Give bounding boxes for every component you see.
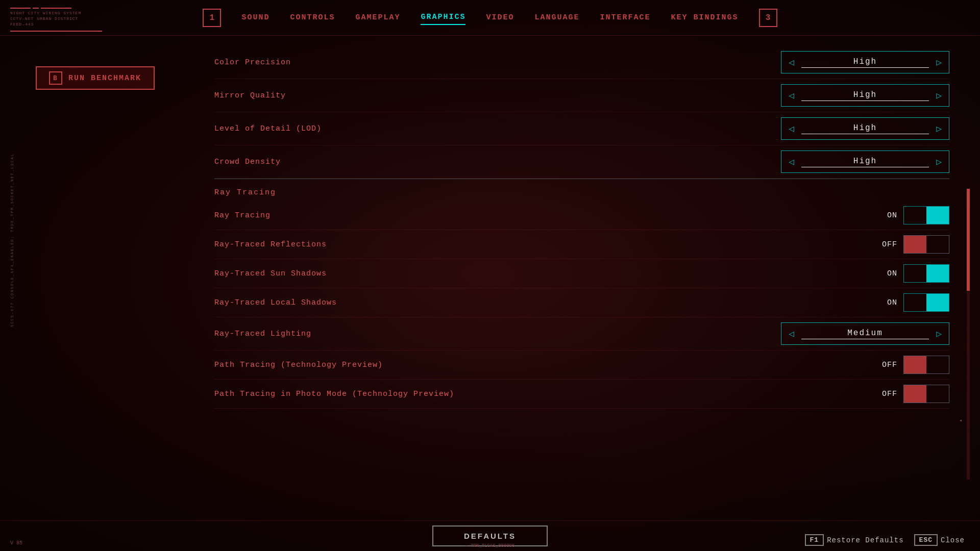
- bottom-code: ← TRN_TLCAS_800095: [465, 543, 514, 548]
- lod-next[interactable]: ▷: [929, 118, 949, 139]
- path-tracing-photo-toggle[interactable]: [903, 385, 949, 403]
- nav-item-controls[interactable]: CONTROLS: [290, 11, 335, 24]
- version-text: V 85: [10, 540, 22, 546]
- ray-local-shadows-state: ON: [879, 298, 897, 307]
- setting-crowd-density: Crowd Density ◁ High ▷: [214, 145, 949, 179]
- ray-lighting-label: Ray-Traced Lighting: [214, 330, 781, 338]
- close-badge: ESC: [914, 534, 938, 546]
- bottom-left-deco: V 85: [10, 540, 22, 546]
- top-nav: 1 SOUND CONTROLS GAMEPLAY GRAPHICS VIDEO…: [0, 0, 980, 36]
- mirror-quality-next[interactable]: ▷: [929, 85, 949, 106]
- color-precision-value: High: [801, 57, 929, 68]
- nav-item-interface[interactable]: INTERFACE: [600, 11, 651, 24]
- nav-item-gameplay[interactable]: GAMEPLAY: [355, 11, 400, 24]
- ray-tracing-toggle[interactable]: [903, 206, 949, 224]
- color-precision-label: Color Precision: [214, 58, 781, 67]
- crowd-density-selector[interactable]: ◁ High ▷: [781, 151, 949, 173]
- crowd-density-prev[interactable]: ◁: [781, 151, 801, 172]
- ray-reflections-label: Ray-Traced Reflections: [214, 240, 327, 249]
- mirror-quality-selector[interactable]: ◁ High ▷: [781, 84, 949, 107]
- ray-tracing-title: Ray Tracing: [214, 188, 276, 197]
- ray-sun-shadows-toggle[interactable]: [903, 264, 949, 283]
- nav-item-video[interactable]: VIDEO: [486, 11, 514, 24]
- ray-sun-shadows-state: ON: [879, 269, 897, 278]
- scrollbar-track[interactable]: [967, 189, 970, 480]
- crowd-density-value: High: [801, 157, 929, 167]
- ray-local-shadows-toggle[interactable]: [903, 293, 949, 312]
- nav-item-keybindings[interactable]: KEY BINDINGS: [671, 11, 739, 24]
- setting-mirror-quality: Mirror Quality ◁ High ▷: [214, 79, 949, 112]
- nav-item-sound[interactable]: SOUND: [241, 11, 270, 24]
- main-content: Color Precision ◁ High ▷ Mirror Quality …: [184, 36, 980, 520]
- ray-tracing-label: Ray Tracing: [214, 211, 271, 220]
- color-precision-selector[interactable]: ◁ High ▷: [781, 51, 949, 73]
- ray-reflections-state: OFF: [879, 240, 897, 249]
- setting-path-tracing: Path Tracing (Technology Preview) OFF: [214, 350, 949, 380]
- ray-tracing-state: ON: [879, 211, 897, 220]
- mirror-quality-prev[interactable]: ◁: [781, 85, 801, 106]
- path-tracing-photo-control: OFF: [857, 385, 949, 403]
- ray-local-shadows-label: Ray-Traced Local Shadows: [214, 298, 337, 307]
- ray-sun-shadows-fill: [926, 265, 949, 282]
- path-tracing-label: Path Tracing (Technology Preview): [214, 361, 383, 369]
- setting-ray-reflections: Ray-Traced Reflections OFF: [214, 230, 949, 259]
- sidebar: NIGHT CITY WIRING SYSTEM CCTV-NET URBAN …: [0, 0, 184, 551]
- path-tracing-photo-label: Path Tracing in Photo Mode (Technology P…: [214, 390, 454, 398]
- ray-lighting-value: Medium: [801, 329, 929, 339]
- settings-list: Color Precision ◁ High ▷ Mirror Quality …: [214, 46, 949, 409]
- nav-badge-left: 1: [203, 9, 221, 27]
- restore-badge: F1: [805, 534, 824, 546]
- ray-reflections-toggle[interactable]: [903, 235, 949, 254]
- ray-tracing-section: Ray Tracing: [214, 179, 949, 201]
- scrollbar-thumb[interactable]: [967, 189, 970, 291]
- path-tracing-control: OFF: [857, 356, 949, 374]
- setting-ray-tracing: Ray Tracing ON: [214, 201, 949, 230]
- lod-label: Level of Detail (LOD): [214, 124, 781, 133]
- mirror-quality-label: Mirror Quality: [214, 91, 781, 100]
- color-precision-next[interactable]: ▷: [929, 52, 949, 73]
- ray-lighting-next[interactable]: ▷: [929, 323, 949, 344]
- setting-lod: Level of Detail (LOD) ◁ High ▷: [214, 112, 949, 145]
- ray-lighting-selector[interactable]: ◁ Medium ▷: [781, 322, 949, 345]
- setting-ray-local-shadows: Ray-Traced Local Shadows ON: [214, 288, 949, 317]
- restore-label: Restore Defaults: [827, 536, 903, 544]
- lod-selector[interactable]: ◁ High ▷: [781, 117, 949, 140]
- setting-ray-sun-shadows: Ray-Traced Sun Shadows ON: [214, 259, 949, 288]
- ray-sun-shadows-label: Ray-Traced Sun Shadows: [214, 269, 327, 278]
- setting-path-tracing-photo: Path Tracing in Photo Mode (Technology P…: [214, 380, 949, 409]
- setting-color-precision: Color Precision ◁ High ▷: [214, 46, 949, 79]
- ray-reflections-control: OFF: [857, 235, 949, 254]
- benchmark-button[interactable]: B RUN BENCHMARK: [36, 66, 155, 90]
- nav-badge-right: 3: [759, 9, 777, 27]
- benchmark-label: RUN BENCHMARK: [68, 74, 141, 83]
- close-control[interactable]: ESC Close: [914, 534, 965, 546]
- path-tracing-state: OFF: [879, 361, 897, 369]
- ray-local-shadows-fill: [926, 294, 949, 311]
- bottom-center-deco: ← TRN_TLCAS_800095: [465, 543, 514, 548]
- ray-reflections-fill: [904, 236, 926, 253]
- lod-prev[interactable]: ◁: [781, 118, 801, 139]
- ray-local-shadows-control: ON: [857, 293, 949, 312]
- ray-tracing-control: ON: [857, 206, 949, 224]
- ray-lighting-prev[interactable]: ◁: [781, 323, 801, 344]
- crowd-density-next[interactable]: ▷: [929, 151, 949, 172]
- lod-value: High: [801, 123, 929, 134]
- mirror-quality-value: High: [801, 90, 929, 101]
- benchmark-badge: B: [49, 71, 62, 85]
- path-tracing-photo-state: OFF: [879, 390, 897, 398]
- crowd-density-label: Crowd Density: [214, 158, 781, 166]
- nav-item-language[interactable]: LANGUAGE: [535, 11, 580, 24]
- left-deco-text: SCCS-677 CONSOLE_SFX_ENABLED: TRUE_TPM_S…: [10, 153, 14, 327]
- close-label: Close: [941, 536, 965, 544]
- restore-defaults-control[interactable]: F1 Restore Defaults: [805, 534, 904, 546]
- ray-sun-shadows-control: ON: [857, 264, 949, 283]
- ray-tracing-fill: [926, 207, 949, 224]
- nav-item-graphics[interactable]: GRAPHICS: [421, 10, 465, 25]
- bottom-controls: F1 Restore Defaults ESC Close: [805, 534, 965, 546]
- setting-ray-lighting: Ray-Traced Lighting ◁ Medium ▷: [214, 317, 949, 350]
- path-tracing-photo-fill: [904, 385, 926, 403]
- left-deco: SCCS-677 CONSOLE_SFX_ENABLED: TRUE_TPM_S…: [10, 153, 14, 449]
- color-precision-prev[interactable]: ◁: [781, 52, 801, 73]
- path-tracing-fill: [904, 356, 926, 373]
- path-tracing-toggle[interactable]: [903, 356, 949, 374]
